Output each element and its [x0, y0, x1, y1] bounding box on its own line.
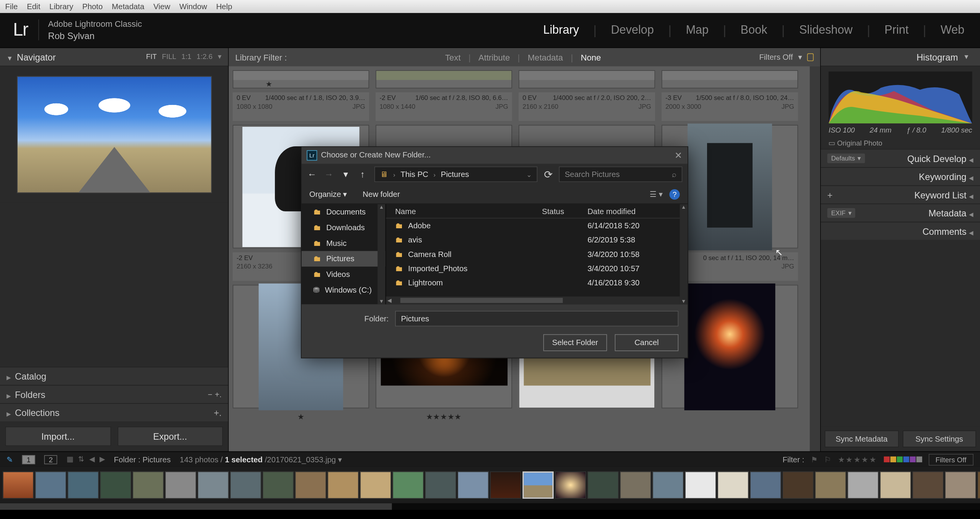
navigator-preview[interactable] [0, 66, 228, 203]
filmstrip-thumb[interactable] [490, 472, 521, 499]
filmstrip-thumb[interactable] [3, 472, 34, 499]
navigator-header[interactable]: ▼Navigator FIT FILL 1:1 1:2.6 ▾ [0, 48, 228, 67]
folder-name-input[interactable] [395, 311, 678, 326]
tree-item-selected[interactable]: 🖿Pictures [302, 251, 385, 267]
collections-panel[interactable]: ▶Collections +. [0, 403, 228, 422]
filmstrip-thumb[interactable] [457, 472, 488, 499]
filmstrip-thumb-selected[interactable] [523, 472, 554, 499]
plus-icon[interactable]: +. [215, 390, 222, 399]
menu-library[interactable]: Library [49, 2, 73, 11]
forward-icon[interactable]: → [323, 169, 334, 179]
keyword-list-panel[interactable]: +Keyword List ◀ [821, 185, 980, 204]
sort-icon[interactable]: ⇅ [78, 455, 84, 463]
tree-scrollbar[interactable] [377, 204, 385, 304]
rating-filter[interactable]: ★★★★★ [838, 455, 877, 464]
filmstrip-thumb[interactable] [945, 472, 976, 499]
filmstrip-thumb[interactable] [392, 472, 423, 499]
nav-zoom[interactable]: 1:2.6 [197, 53, 213, 61]
filmstrip-thumb[interactable] [620, 472, 651, 499]
module-slideshow[interactable]: Slideshow [797, 23, 855, 37]
menu-view[interactable]: View [154, 2, 170, 11]
minus-icon[interactable]: − [208, 390, 212, 399]
nav-fit[interactable]: FIT [146, 53, 157, 61]
chevron-down-icon[interactable]: ▾ [218, 53, 222, 61]
filters-off-label[interactable]: Filters Off [759, 53, 793, 62]
filmstrip-thumb[interactable] [132, 472, 163, 499]
filter-attribute[interactable]: Attribute [479, 52, 510, 62]
sync-metadata-button[interactable]: Sync Metadata [825, 431, 898, 447]
filmstrip-thumb[interactable] [35, 472, 66, 499]
filmstrip-thumb[interactable] [295, 472, 326, 499]
filter-preset[interactable]: Filters Off [928, 454, 973, 465]
export-button[interactable]: Export... [117, 427, 223, 446]
list-item[interactable]: 🖿Adobe6/14/2018 5:20 [386, 218, 688, 232]
tree-item[interactable]: 🖿Downloads [302, 220, 385, 236]
rating-stars[interactable]: ★ [233, 412, 369, 421]
module-book[interactable]: Book [738, 23, 770, 37]
quick-develop-panel[interactable]: Defaults ▾ Quick Develop ◀ [821, 149, 980, 167]
organize-menu[interactable]: Organize ▾ [309, 190, 347, 199]
grid-scrollbar[interactable] [810, 66, 820, 451]
filmstrip-thumb[interactable] [360, 472, 391, 499]
filmstrip[interactable] [0, 467, 980, 503]
flag-pick-icon[interactable]: ⚑ [811, 455, 818, 464]
filmstrip-thumb[interactable] [100, 472, 131, 499]
flag-reject-icon[interactable]: ⚐ [824, 455, 831, 464]
up-icon[interactable]: ↑ [358, 169, 368, 179]
filmstrip-scrollbar[interactable] [0, 503, 980, 510]
breadcrumb[interactable]: 🖥 › This PC › Pictures ⌄ [374, 167, 537, 182]
module-print[interactable]: Print [882, 23, 911, 37]
list-item[interactable]: 🖿Lightroom4/16/2018 9:30 [386, 276, 688, 290]
select-folder-button[interactable]: Select Folder [543, 334, 607, 351]
next-icon[interactable]: ▶ [100, 455, 105, 463]
filmstrip-thumb[interactable] [588, 472, 619, 499]
filmstrip-thumb[interactable] [68, 472, 99, 499]
filmstrip-thumb[interactable] [165, 472, 196, 499]
rating-stars[interactable]: ★★★★★ [376, 412, 512, 421]
tree-item[interactable]: 🖿Music [302, 236, 385, 251]
new-folder-button[interactable]: New folder [363, 190, 400, 199]
view-options-icon[interactable]: ☰ ▾ [650, 190, 663, 199]
list-scrollbar[interactable] [680, 204, 688, 304]
search-input[interactable]: Search Pictures ⌕ [559, 167, 683, 182]
close-icon[interactable]: ✕ [675, 150, 682, 160]
recent-icon[interactable]: ▾ [341, 169, 351, 179]
plus-icon[interactable]: + [827, 190, 833, 200]
grid-icon[interactable]: ▦ [67, 455, 73, 463]
menu-window[interactable]: Window [179, 2, 207, 11]
filmstrip-thumb[interactable] [425, 472, 456, 499]
tree-item[interactable]: ⛃Windows (C:) [302, 282, 385, 298]
filmstrip-thumb[interactable] [815, 472, 846, 499]
module-library[interactable]: Library [541, 23, 581, 37]
chevron-down-icon[interactable]: ▾ [798, 53, 802, 62]
color-label-filter[interactable] [884, 457, 922, 462]
menu-help[interactable]: Help [216, 2, 232, 11]
chevron-down-icon[interactable]: ⌄ [526, 171, 532, 178]
metadata-panel[interactable]: EXIF ▾Metadata ◀ [821, 203, 980, 222]
import-button[interactable]: Import... [5, 427, 111, 446]
list-item[interactable]: 🖿avis6/2/2019 5:38 [386, 233, 688, 247]
filter-none[interactable]: None [581, 52, 601, 62]
nav-1to1[interactable]: 1:1 [181, 53, 191, 61]
lock-icon[interactable] [807, 53, 813, 61]
cancel-button[interactable]: Cancel [615, 334, 678, 351]
list-hscrollbar[interactable]: ◀ [386, 296, 679, 304]
filmstrip-thumb[interactable] [652, 472, 683, 499]
menu-metadata[interactable]: Metadata [112, 2, 144, 11]
module-web[interactable]: Web [938, 23, 967, 37]
plus-icon[interactable]: +. [214, 408, 222, 418]
filmstrip-thumb[interactable] [912, 472, 943, 499]
keywording-panel[interactable]: Keywording ◀ [821, 167, 980, 185]
menu-photo[interactable]: Photo [82, 2, 103, 11]
catalog-panel[interactable]: ▶Catalog [0, 367, 228, 385]
prev-icon[interactable]: ◀ [89, 455, 95, 463]
view-1up[interactable]: 1 [22, 455, 35, 464]
filmstrip-thumb[interactable] [848, 472, 879, 499]
filmstrip-thumb[interactable] [750, 472, 781, 499]
filmstrip-thumb[interactable] [717, 472, 748, 499]
filmstrip-thumb[interactable] [782, 472, 813, 499]
folders-panel[interactable]: ▶Folders −+. [0, 385, 228, 403]
filmstrip-thumb[interactable] [880, 472, 911, 499]
filmstrip-thumb[interactable] [685, 472, 716, 499]
tree-item[interactable]: 🖿Videos [302, 267, 385, 282]
